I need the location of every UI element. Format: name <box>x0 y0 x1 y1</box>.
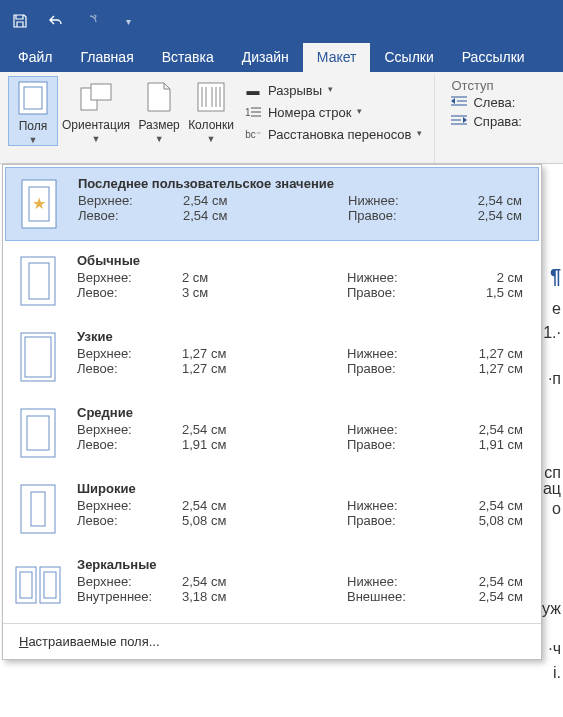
chevron-down-icon: ▼ <box>207 134 216 144</box>
quick-access-toolbar: ▾ <box>0 0 563 42</box>
doc-text-fragment: е <box>552 300 561 318</box>
margins-label: Поля <box>19 119 48 133</box>
tab-insert[interactable]: Вставка <box>148 43 228 72</box>
chevron-down-icon: ▼ <box>29 135 38 145</box>
margin-option-title: Последнее пользовательское значение <box>78 176 522 191</box>
columns-button[interactable]: Колонки ▼ <box>184 76 238 144</box>
columns-icon <box>194 80 228 114</box>
margin-preview-icon <box>15 253 61 309</box>
margin-option-title: Узкие <box>77 329 523 344</box>
margins-button[interactable]: Поля ▼ <box>8 76 58 146</box>
doc-text-fragment: уж <box>542 600 561 618</box>
tab-file[interactable]: Файл <box>4 43 66 72</box>
doc-text-fragment: ац <box>543 480 561 498</box>
save-button[interactable] <box>8 9 32 33</box>
tab-design[interactable]: Дизайн <box>228 43 303 72</box>
line-numbers-button[interactable]: 1 Номера строк ▾ <box>240 102 427 122</box>
margin-option-title: Обычные <box>77 253 523 268</box>
page-setup-small-stack: ▬ Разрывы ▾ 1 Номера строк ▾ bc⁻ Расстан… <box>238 76 429 148</box>
margins-dropdown: ★ Последнее пользовательское значение Ве… <box>2 164 542 660</box>
margin-option-normal[interactable]: Обычные Верхнее: 2 см Нижнее: 2 см Левое… <box>3 243 541 319</box>
margin-option-moderate[interactable]: Средние Верхнее: 2,54 см Нижнее: 2,54 см… <box>3 395 541 471</box>
margin-option-details: Узкие Верхнее: 1,27 см Нижнее: 1,27 см Л… <box>77 329 523 376</box>
undo-icon <box>47 13 65 29</box>
chevron-down-icon: ▾ <box>328 84 333 94</box>
svg-rect-23 <box>21 257 55 305</box>
size-button[interactable]: Размер ▼ <box>134 76 184 144</box>
margin-option-title: Зеркальные <box>77 557 523 572</box>
qat-customize-button[interactable]: ▾ <box>116 9 140 33</box>
chevron-down-icon: ▼ <box>155 134 164 144</box>
margin-option-details: Последнее пользовательское значение Верх… <box>78 176 522 223</box>
svg-rect-25 <box>21 333 55 381</box>
margins-icon <box>16 81 50 115</box>
columns-label: Колонки <box>188 118 234 132</box>
margin-option-details: Зеркальные Верхнее: 2,54 см Нижнее: 2,54… <box>77 557 523 604</box>
tab-mailings[interactable]: Рассылки <box>448 43 539 72</box>
custom-margins-button[interactable]: Настраиваемые поля... <box>3 623 541 659</box>
paragraph-group: Отступ Слева: Справа: <box>435 74 532 163</box>
margin-option-details: Средние Верхнее: 2,54 см Нижнее: 2,54 см… <box>77 405 523 452</box>
margin-preview-icon <box>15 329 61 385</box>
chevron-down-icon: ▾ <box>417 128 422 138</box>
margin-preview-icon <box>15 405 61 461</box>
margin-option-last[interactable]: ★ Последнее пользовательское значение Ве… <box>5 167 539 241</box>
doc-text-fragment: ¶ <box>550 265 561 288</box>
indent-right-label: Справа: <box>473 114 522 129</box>
line-numbers-label: Номера строк <box>268 105 351 120</box>
margin-preview-icon: ★ <box>16 176 62 232</box>
margin-option-narrow[interactable]: Узкие Верхнее: 1,27 см Нижнее: 1,27 см Л… <box>3 319 541 395</box>
indent-left-label: Слева: <box>473 95 515 110</box>
svg-rect-3 <box>91 84 111 100</box>
tab-home[interactable]: Главная <box>66 43 147 72</box>
indent-right-icon <box>451 114 467 129</box>
chevron-down-icon: ▼ <box>92 134 101 144</box>
save-icon <box>12 13 28 29</box>
breaks-label: Разрывы <box>268 83 322 98</box>
margin-option-title: Широкие <box>77 481 523 496</box>
hyphenation-button[interactable]: bc⁻ Расстановка переносов ▾ <box>240 124 427 144</box>
page-setup-group: Поля ▼ Ориентация ▼ Размер ▼ Колонки ▼ <box>2 74 435 163</box>
doc-text-fragment: о <box>552 500 561 518</box>
chevron-down-icon: ▾ <box>357 106 362 116</box>
breaks-button[interactable]: ▬ Разрывы ▾ <box>240 80 427 100</box>
ribbon-tabs: Файл Главная Вставка Дизайн Макет Ссылки… <box>0 42 563 72</box>
svg-text:★: ★ <box>32 195 46 212</box>
custom-margins-label: Настраиваемые поля... <box>19 634 160 649</box>
margin-option-details: Обычные Верхнее: 2 см Нижнее: 2 см Левое… <box>77 253 523 300</box>
hyphenation-label: Расстановка переносов <box>268 127 412 142</box>
svg-text:1: 1 <box>245 107 251 118</box>
doc-text-fragment: і. <box>553 664 561 682</box>
indent-left-row: Слева: <box>447 93 519 112</box>
indent-left-icon <box>451 95 467 110</box>
orientation-button[interactable]: Ориентация ▼ <box>58 76 134 144</box>
indent-right-row: Справа: <box>447 112 526 131</box>
breaks-icon: ▬ <box>244 82 262 98</box>
orientation-icon <box>79 80 113 114</box>
orientation-label: Ориентация <box>62 118 130 132</box>
margin-preview-icon <box>15 557 61 613</box>
hyphenation-icon: bc⁻ <box>244 126 262 142</box>
margin-option-mirrored[interactable]: Зеркальные Верхнее: 2,54 см Нижнее: 2,54… <box>3 547 541 623</box>
indent-group-label: Отступ <box>447 76 493 93</box>
redo-button[interactable] <box>80 9 104 33</box>
ribbon: Поля ▼ Ориентация ▼ Размер ▼ Колонки ▼ <box>0 72 563 164</box>
margin-option-wide[interactable]: Широкие Верхнее: 2,54 см Нижнее: 2,54 см… <box>3 471 541 547</box>
tab-layout[interactable]: Макет <box>303 43 371 72</box>
tab-references[interactable]: Ссылки <box>370 43 447 72</box>
doc-text-fragment: ·ч <box>548 640 561 658</box>
line-numbers-icon: 1 <box>244 104 262 120</box>
redo-icon <box>84 13 100 29</box>
margin-option-title: Средние <box>77 405 523 420</box>
doc-text-fragment: ·п <box>548 370 561 388</box>
doc-text-fragment: 1.· <box>543 324 561 342</box>
size-icon <box>142 80 176 114</box>
margin-option-details: Широкие Верхнее: 2,54 см Нижнее: 2,54 см… <box>77 481 523 528</box>
size-label: Размер <box>139 118 180 132</box>
margin-preview-icon <box>15 481 61 537</box>
undo-button[interactable] <box>44 9 68 33</box>
